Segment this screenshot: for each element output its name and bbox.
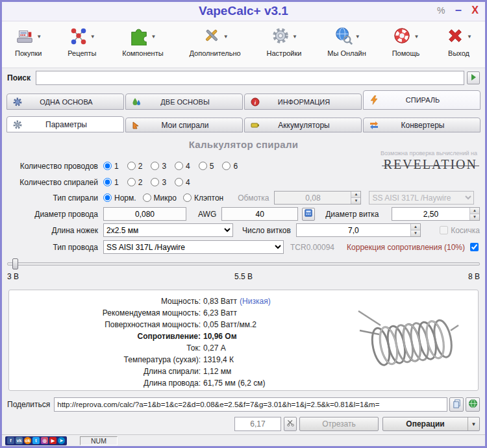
coils-count-row: Количество спиралей 1 2 3 4 [2, 175, 485, 190]
tab-my-coils[interactable]: Мои спирали [125, 118, 243, 132]
coils-radio[interactable] [127, 178, 136, 186]
radio-option[interactable]: 4 [175, 162, 190, 171]
coil-diameter-label: Диаметр витка [325, 210, 379, 219]
radio-option[interactable]: Клэптон [183, 193, 223, 203]
dropdown-arrow-icon[interactable]: ▼ [292, 34, 297, 40]
radio-option[interactable]: 4 [175, 178, 190, 187]
dropdown-arrow-icon[interactable]: ▼ [36, 34, 42, 40]
coil-diameter-stepper[interactable]: ▲▼ [392, 207, 480, 221]
radio-option[interactable]: 1 [103, 178, 119, 187]
slider-track[interactable] [7, 262, 480, 266]
radio-option[interactable]: 3 [151, 178, 166, 187]
toolbar-button-components[interactable]: ▼ Компоненты [122, 25, 163, 68]
toolbar-button-recipes[interactable]: ▼ Рецепты [68, 25, 96, 68]
awg-input[interactable] [221, 207, 298, 221]
tab-converters[interactable]: Конвертеры [363, 118, 481, 132]
dropdown-arrow-icon[interactable]: ▼ [355, 34, 360, 40]
operations-button[interactable]: Операции ▼ [382, 417, 480, 431]
radio-option[interactable]: Микро [143, 193, 177, 203]
status-bar: f vk ok t ◎ ▶ ➤ NUM [2, 434, 485, 446]
my-coils-arrow-icon [132, 121, 141, 130]
coil-type-radio[interactable] [183, 193, 192, 202]
dropdown-arrow-icon[interactable]: ▼ [90, 34, 95, 40]
coils-radio[interactable] [151, 178, 159, 186]
search-go-button[interactable] [467, 71, 480, 84]
coil-diameter-input[interactable] [392, 208, 469, 220]
wires-radio[interactable] [222, 162, 231, 170]
instagram-icon[interactable]: ◎ [41, 437, 48, 444]
chevron-down-icon[interactable]: ▼ [468, 417, 479, 430]
coil-type-radio[interactable] [103, 193, 112, 202]
dropdown-arrow-icon[interactable]: ▼ [467, 34, 472, 40]
slider-handle[interactable] [12, 258, 18, 269]
cut-icon-button[interactable] [284, 417, 297, 431]
slider-mid-label: 5.5 В [234, 272, 253, 281]
spin-up-icon[interactable]: ▲ [411, 224, 420, 230]
result-value: 0,27 А [203, 343, 226, 353]
toolbar-button-help[interactable]: ▼ Помощь [392, 25, 420, 68]
coil-type-radio[interactable] [143, 193, 151, 202]
wires-radio[interactable] [151, 162, 159, 170]
toolbar-button-online[interactable]: ▼ Мы Онлайн [327, 25, 366, 68]
radio-option[interactable]: 2 [127, 178, 143, 187]
cut-length-input[interactable] [234, 417, 281, 431]
tab-two-bases[interactable]: ДВЕ ОСНОВЫ [125, 93, 243, 110]
coil-photo [356, 297, 460, 386]
turns-stepper[interactable]: ▲▼ [296, 223, 421, 237]
tab-information[interactable]: i ИНФОРМАЦИЯ [244, 93, 362, 110]
spin-down-icon[interactable]: ▼ [470, 214, 479, 220]
coils-radio[interactable] [175, 178, 183, 186]
tab-label: СПИРАЛЬ [379, 96, 467, 104]
share-url-input[interactable] [54, 397, 447, 412]
spin-up-icon[interactable]: ▲ [470, 208, 479, 214]
open-in-browser-button[interactable] [466, 397, 480, 412]
coils-count-label: Количество спиралей [7, 178, 98, 187]
radio-option[interactable]: 1 [103, 162, 119, 171]
dropdown-arrow-icon[interactable]: ▼ [223, 34, 229, 40]
awg-calculator-button[interactable] [302, 208, 315, 221]
facebook-icon[interactable]: f [7, 437, 14, 444]
wires-radio[interactable] [175, 162, 183, 170]
radio-option[interactable]: 5 [199, 162, 214, 171]
wires-radio[interactable] [127, 162, 136, 170]
radio-option[interactable]: 6 [222, 162, 238, 171]
vk-icon[interactable]: vk [16, 437, 23, 444]
wire-diameter-input[interactable] [103, 207, 186, 221]
spin-down-icon[interactable]: ▼ [411, 230, 420, 236]
wires-radio[interactable] [103, 162, 112, 170]
tab-parameters[interactable]: Параметры [6, 116, 124, 132]
search-input[interactable] [36, 71, 464, 85]
turns-input[interactable] [297, 224, 410, 236]
radio-option[interactable]: 3 [151, 162, 166, 171]
tab-one-base[interactable]: ОДНА ОСНОВА [6, 93, 124, 110]
radio-option[interactable]: 2 [127, 162, 143, 171]
wires-radio[interactable] [199, 162, 207, 170]
wire-type-select[interactable]: SS AISI 317L /Haywire [103, 240, 284, 254]
dropdown-arrow-icon[interactable]: ▼ [414, 34, 419, 40]
close-button[interactable]: X [471, 5, 479, 16]
tab-label: ДВЕ ОСНОВЫ [141, 98, 229, 106]
dropdown-arrow-icon[interactable]: ▼ [151, 34, 156, 40]
toolbar-label: Компоненты [122, 49, 163, 57]
result-label: Температура (сухая): [9, 355, 201, 364]
tab-batteries[interactable]: Аккумуляторы [244, 118, 362, 132]
coils-radio[interactable] [103, 178, 112, 186]
toolbar-button-settings[interactable]: ▼ Настройки [267, 25, 302, 68]
legs-select[interactable]: 2x2.5 мм [103, 223, 233, 237]
toolbar-button-shopping[interactable]: ▼ Покупки [15, 25, 42, 68]
toolbar-button-exit[interactable]: ▼ Выход [445, 25, 472, 68]
radio-option[interactable]: Норм. [103, 193, 136, 203]
scissors-icon [286, 419, 295, 429]
correction-label: Коррекция сопротивления (10%) [347, 243, 465, 252]
youtube-icon[interactable]: ▶ [49, 437, 56, 444]
telegram-icon[interactable]: ➤ [58, 437, 65, 444]
twitter-icon[interactable]: t [32, 437, 40, 444]
toolbar-button-extras[interactable]: ▼ Дополнительно [190, 25, 241, 68]
odnoklassniki-icon[interactable]: ok [24, 437, 31, 444]
wires-count-label: Количество проводов [7, 162, 98, 171]
correction-checkbox[interactable] [470, 243, 479, 251]
copy-url-button[interactable] [449, 397, 464, 412]
tab-coil[interactable]: СПИРАЛЬ [363, 90, 481, 110]
percent-button[interactable]: % [437, 5, 445, 16]
minimize-button[interactable]: ‒ [455, 5, 461, 16]
